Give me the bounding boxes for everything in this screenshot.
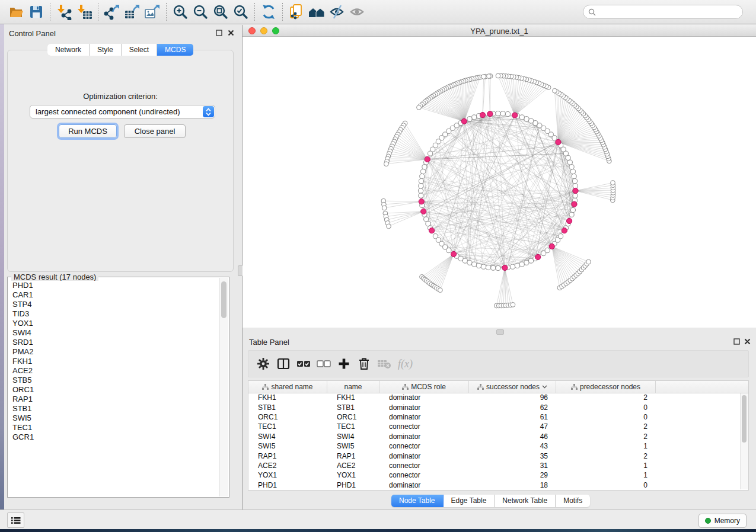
table-row[interactable]: FKH1FKH1dominator962 xyxy=(248,393,748,402)
mcds-result-item[interactable]: YOX1 xyxy=(8,319,220,328)
network-node[interactable] xyxy=(545,248,550,253)
network-node[interactable] xyxy=(511,303,515,307)
table-cell[interactable]: SWI4 xyxy=(327,432,379,441)
mcds-node[interactable] xyxy=(419,199,424,204)
network-node[interactable] xyxy=(419,179,423,184)
table-cell[interactable]: 1 xyxy=(556,471,656,479)
table-row[interactable]: SWI4SWI4dominator462 xyxy=(248,432,748,441)
table-cell[interactable]: 0 xyxy=(556,481,656,489)
table-cell[interactable]: FKH1 xyxy=(327,393,379,402)
zoom-in-icon[interactable] xyxy=(170,2,190,21)
tab-select[interactable]: Select xyxy=(122,44,157,56)
show-columns-icon[interactable] xyxy=(273,353,294,374)
network-node[interactable] xyxy=(519,262,524,267)
mcds-result-list[interactable]: PHD1CAR1STP4TID3YOX1SWI4SRD1PMA2FKH1ACE2… xyxy=(8,281,220,496)
table-cell[interactable]: RAP1 xyxy=(248,452,327,460)
mcds-list-scrollbar[interactable] xyxy=(219,278,228,496)
table-cell[interactable]: 43 xyxy=(469,442,556,450)
column-header-successor-nodes[interactable]: successor nodes xyxy=(469,381,556,393)
mcds-result-item[interactable]: STB1 xyxy=(8,404,220,414)
network-node[interactable] xyxy=(496,111,500,116)
search-input[interactable] xyxy=(599,7,738,17)
table-scrollbar[interactable] xyxy=(740,393,748,489)
refresh-icon[interactable] xyxy=(259,2,279,21)
table-cell[interactable]: dominator xyxy=(379,393,469,402)
table-settings-icon[interactable] xyxy=(253,353,273,374)
memory-button[interactable]: Memory xyxy=(698,514,747,528)
table-cell[interactable]: 96 xyxy=(469,393,556,402)
network-canvas[interactable] xyxy=(243,37,756,328)
table-cell[interactable]: TEC1 xyxy=(248,422,327,431)
table-cell[interactable]: PHD1 xyxy=(327,481,379,489)
mcds-node[interactable] xyxy=(451,251,457,257)
criterion-dropdown[interactable]: largest connected component (undirected) xyxy=(30,105,215,118)
mcds-node[interactable] xyxy=(567,218,572,223)
mcds-result-item[interactable]: STB5 xyxy=(8,376,220,385)
tab-node-table[interactable]: Node Table xyxy=(391,495,444,507)
deselect-all-icon[interactable] xyxy=(314,353,334,374)
network-node[interactable] xyxy=(529,118,534,123)
horizontal-splitter[interactable] xyxy=(243,328,756,335)
table-cell[interactable]: ACE2 xyxy=(248,462,327,470)
network-node[interactable] xyxy=(573,184,578,188)
table-cell[interactable]: 2 xyxy=(556,422,656,431)
mcds-result-item[interactable]: PMA2 xyxy=(8,347,220,357)
column-header-shared-name[interactable]: shared name xyxy=(248,381,327,393)
table-cell[interactable]: PHD1 xyxy=(248,481,327,489)
network-node[interactable] xyxy=(567,160,572,165)
network-node[interactable] xyxy=(417,105,422,110)
float-panel-icon[interactable] xyxy=(215,29,223,37)
table-cell[interactable]: SWI5 xyxy=(248,442,327,450)
mcds-node[interactable] xyxy=(556,139,561,145)
network-node[interactable] xyxy=(491,265,496,270)
network-node[interactable] xyxy=(559,234,563,239)
mcds-node[interactable] xyxy=(487,111,493,117)
network-node[interactable] xyxy=(438,288,443,293)
column-header-name[interactable]: name xyxy=(327,381,379,393)
table-cell[interactable]: TEC1 xyxy=(327,422,379,431)
network-node[interactable] xyxy=(524,260,529,265)
network-node[interactable] xyxy=(472,262,477,267)
mcds-node[interactable] xyxy=(512,113,518,118)
run-mcds-button[interactable]: Run MCDS xyxy=(59,124,117,138)
mcds-result-item[interactable]: FKH1 xyxy=(8,357,220,366)
table-cell[interactable]: 46 xyxy=(469,432,556,441)
show-graphics-icon[interactable] xyxy=(347,2,367,21)
table-cell[interactable]: YOX1 xyxy=(327,471,379,479)
network-node[interactable] xyxy=(387,224,391,229)
network-node[interactable] xyxy=(481,75,486,79)
mcds-node[interactable] xyxy=(480,113,485,118)
network-node[interactable] xyxy=(496,73,500,78)
mcds-node[interactable] xyxy=(562,228,567,233)
mcds-node[interactable] xyxy=(429,228,435,233)
network-node[interactable] xyxy=(553,88,557,93)
network-node[interactable] xyxy=(421,169,426,174)
mcds-node[interactable] xyxy=(549,243,554,249)
network-node[interactable] xyxy=(611,181,615,185)
table-cell[interactable]: connector xyxy=(379,422,469,431)
export-image-icon[interactable] xyxy=(142,2,162,21)
network-node[interactable] xyxy=(384,162,389,166)
mcds-node[interactable] xyxy=(502,265,508,270)
mcds-result-item[interactable]: ACE2 xyxy=(8,366,220,376)
mcds-result-item[interactable]: SRD1 xyxy=(8,338,220,347)
table-cell[interactable]: connector xyxy=(379,442,469,450)
table-cell[interactable]: SWI5 xyxy=(327,442,379,450)
table-cell[interactable]: 61 xyxy=(469,413,556,421)
zoom-fit-icon[interactable] xyxy=(210,2,231,21)
mcds-node[interactable] xyxy=(535,254,541,259)
export-table-icon[interactable] xyxy=(122,2,142,21)
network-node[interactable] xyxy=(472,115,477,120)
table-cell[interactable]: 47 xyxy=(469,422,556,431)
network-node[interactable] xyxy=(505,111,510,116)
network-node[interactable] xyxy=(586,259,591,264)
table-cell[interactable]: dominator xyxy=(379,403,469,412)
network-node[interactable] xyxy=(515,263,519,268)
network-node[interactable] xyxy=(462,258,467,263)
network-node[interactable] xyxy=(467,260,472,265)
network-node[interactable] xyxy=(428,151,433,156)
mcds-result-item[interactable]: GCR1 xyxy=(8,432,220,442)
export-network-icon[interactable] xyxy=(102,2,122,21)
mcds-result-item[interactable]: SWI5 xyxy=(8,414,220,423)
network-node[interactable] xyxy=(572,174,576,178)
